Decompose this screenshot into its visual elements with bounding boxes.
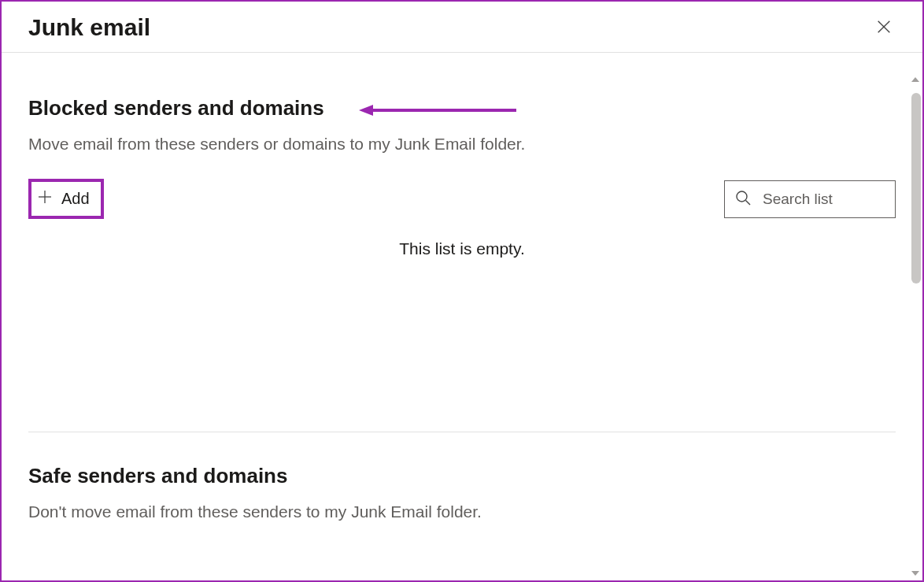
annotation-arrow-icon: [359, 102, 516, 121]
annotation-highlight-box: Add: [28, 179, 104, 219]
safe-section: Safe senders and domains Don't move emai…: [28, 464, 896, 521]
svg-marker-9: [911, 571, 919, 576]
close-button[interactable]: [872, 15, 896, 41]
blocked-action-row: Add: [28, 179, 896, 219]
svg-marker-3: [359, 105, 373, 116]
dialog-header: Junk email: [2, 2, 922, 53]
scroll-down-button[interactable]: [910, 568, 921, 579]
blocked-section-title: Blocked senders and domains: [28, 96, 324, 120]
search-blocked-input[interactable]: [724, 180, 896, 218]
plus-icon: [38, 190, 52, 208]
scrollbar-thumb[interactable]: [911, 93, 921, 284]
blocked-section-description: Move email from these senders or domains…: [28, 135, 896, 154]
safe-section-description: Don't move email from these senders to m…: [28, 502, 896, 521]
close-icon: [875, 18, 893, 38]
add-blocked-button[interactable]: Add: [35, 185, 98, 213]
svg-marker-8: [911, 77, 919, 82]
scroll-up-button[interactable]: [910, 74, 921, 85]
section-divider: [28, 432, 896, 432]
page-title: Junk email: [28, 14, 150, 41]
blocked-empty-message: This list is empty.: [28, 239, 896, 258]
search-blocked-wrap: [724, 180, 896, 218]
scroll-area: Blocked senders and domains Move email f…: [2, 72, 922, 580]
safe-section-title: Safe senders and domains: [28, 464, 287, 488]
add-button-label: Add: [61, 190, 90, 208]
blocked-section: Blocked senders and domains Move email f…: [28, 96, 896, 258]
